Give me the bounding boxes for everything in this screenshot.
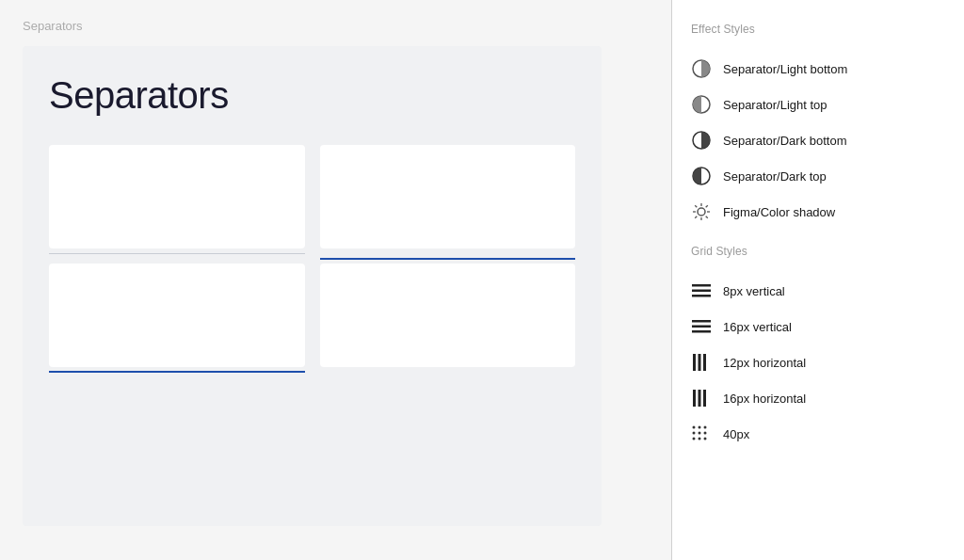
section-divider <box>691 230 945 245</box>
figma-color-shadow-icon <box>691 201 712 222</box>
grid-style-item-16px-vertical[interactable]: 16px vertical <box>691 309 945 344</box>
svg-rect-17 <box>692 326 711 328</box>
sep-light-top-icon <box>691 94 712 115</box>
effect-style-label: Separator/Light top <box>723 98 827 112</box>
effect-style-label: Separator/Dark bottom <box>723 134 847 148</box>
effect-style-item-sep-light-bottom[interactable]: Separator/Light bottom <box>691 51 945 87</box>
svg-point-28 <box>693 432 696 435</box>
svg-rect-22 <box>693 390 696 407</box>
svg-line-11 <box>706 205 708 207</box>
section-label: Separators <box>23 19 649 33</box>
separator-blue-top-1 <box>320 258 576 260</box>
svg-rect-15 <box>692 295 711 297</box>
svg-point-4 <box>698 208 705 216</box>
12px-horizontal-icon <box>691 352 712 373</box>
effect-style-label: Figma/Color shadow <box>723 205 835 219</box>
svg-rect-23 <box>699 390 701 407</box>
grid-style-label: 16px vertical <box>723 320 792 334</box>
svg-line-9 <box>695 205 697 207</box>
grid-style-label: 8px vertical <box>723 284 785 298</box>
16px-vertical-icon <box>691 316 712 337</box>
effect-style-item-sep-dark-top[interactable]: Separator/Dark top <box>691 158 945 194</box>
effect-styles-title: Effect Styles <box>691 23 945 36</box>
cards-grid <box>49 145 575 367</box>
svg-rect-20 <box>699 354 701 371</box>
grid-style-label: 12px horizontal <box>723 356 806 370</box>
grid-style-label: 40px <box>723 427 749 441</box>
svg-line-10 <box>706 216 708 218</box>
canvas-title: Separators <box>49 74 575 117</box>
effect-style-label: Separator/Dark top <box>723 169 827 184</box>
svg-rect-16 <box>692 320 711 323</box>
effect-style-label: Separator/Light bottom <box>723 62 847 76</box>
svg-rect-19 <box>693 354 696 371</box>
effect-style-item-sep-dark-bottom[interactable]: Separator/Dark bottom <box>691 122 945 158</box>
effect-style-item-figma-color-shadow[interactable]: Figma/Color shadow <box>691 194 945 230</box>
effect-style-item-sep-light-top[interactable]: Separator/Light top <box>691 87 945 122</box>
svg-line-12 <box>695 216 697 218</box>
svg-point-33 <box>704 438 707 440</box>
card-3 <box>49 264 305 367</box>
svg-rect-14 <box>692 290 711 293</box>
svg-point-31 <box>693 438 696 440</box>
16px-horizontal-icon <box>691 388 712 408</box>
svg-point-30 <box>704 432 707 435</box>
svg-rect-21 <box>703 354 706 371</box>
svg-point-29 <box>699 432 701 435</box>
grid-style-item-40px[interactable]: 40px <box>691 416 945 452</box>
separator-blue-1 <box>49 371 305 373</box>
grid-styles-title: Grid Styles <box>691 245 945 258</box>
sep-dark-bottom-icon <box>691 130 712 151</box>
8px-vertical-icon <box>691 280 712 301</box>
sep-dark-top-icon <box>691 166 712 186</box>
grid-style-item-16px-horizontal[interactable]: 16px horizontal <box>691 380 945 416</box>
svg-point-27 <box>704 426 707 429</box>
card-1 <box>49 145 305 248</box>
separator-light-1 <box>49 253 305 254</box>
svg-point-25 <box>693 426 696 429</box>
svg-point-32 <box>699 438 701 440</box>
40px-icon <box>691 424 712 444</box>
grid-style-label: 16px horizontal <box>723 392 806 406</box>
grid-style-item-12px-horizontal[interactable]: 12px horizontal <box>691 344 945 380</box>
sep-light-bottom-icon <box>691 58 712 79</box>
svg-rect-18 <box>692 330 711 333</box>
right-panel: Effect Styles Separator/Light bottom Sep… <box>672 0 964 560</box>
grid-style-item-8px-vertical[interactable]: 8px vertical <box>691 273 945 309</box>
svg-rect-24 <box>703 390 706 407</box>
svg-point-26 <box>699 426 701 429</box>
card-4 <box>320 264 576 367</box>
card-2 <box>320 145 576 248</box>
svg-rect-13 <box>692 284 711 287</box>
left-panel: Separators Separators <box>0 0 671 560</box>
canvas-area: Separators <box>23 46 602 526</box>
